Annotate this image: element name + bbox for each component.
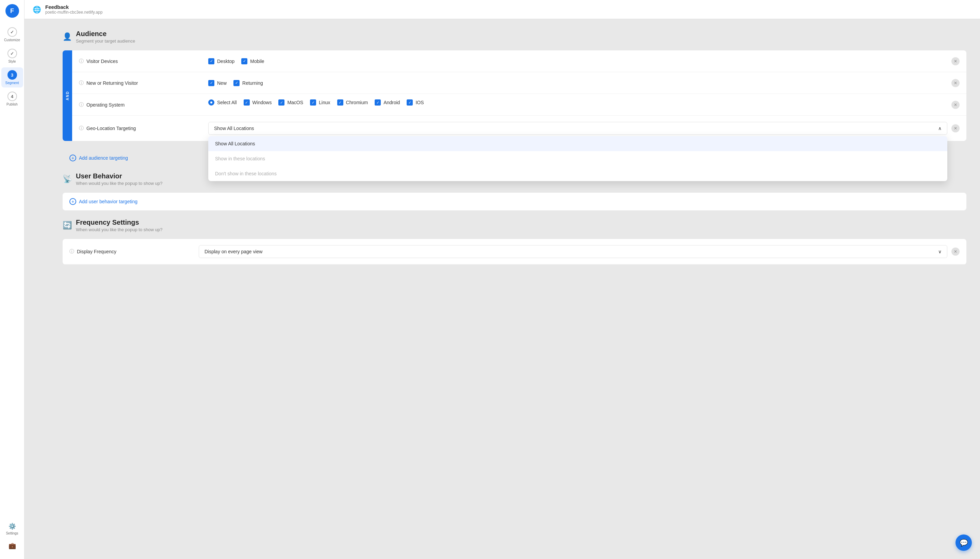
android-label: Android bbox=[383, 100, 400, 105]
new-returning-controls: ✓ New ✓ Returning bbox=[208, 80, 952, 86]
macos-checkbox-group: ✓ MacOS bbox=[278, 99, 303, 106]
select-all-group: Select All bbox=[208, 99, 237, 106]
sidebar-item-style[interactable]: ✓ Style bbox=[2, 46, 23, 66]
returning-checkbox-group: ✓ Returning bbox=[233, 80, 263, 86]
freq-delete[interactable]: ✕ bbox=[952, 248, 960, 256]
os-delete[interactable]: ✕ bbox=[952, 101, 960, 109]
sidebar-item-publish[interactable]: 4 Publish bbox=[2, 89, 23, 109]
globe-icon: 🌐 bbox=[33, 5, 41, 13]
behavior-title: User Behavior bbox=[76, 172, 162, 180]
display-freq-label: ⓘ Display Frequency bbox=[69, 248, 199, 255]
geo-dropdown-value: Show All Locations bbox=[214, 126, 254, 131]
customize-badge: ✓ bbox=[8, 27, 17, 37]
add-behavior-label: Add user behavior targeting bbox=[79, 199, 137, 204]
frequency-title: Frequency Settings bbox=[76, 218, 162, 227]
audience-title: Audience bbox=[76, 30, 135, 38]
behavior-subtitle: When would you like the popup to show up… bbox=[76, 181, 162, 186]
behavior-icon: 📡 bbox=[63, 175, 72, 184]
style-label: Style bbox=[8, 60, 16, 63]
frequency-subtitle: When would you like the popup to show up… bbox=[76, 227, 162, 232]
visitor-devices-text: Visitor Devices bbox=[86, 59, 118, 64]
app-logo[interactable]: F bbox=[5, 4, 19, 18]
linux-label: Linux bbox=[319, 100, 330, 105]
and-bar: AND bbox=[63, 50, 72, 141]
info-icon-os: ⓘ bbox=[79, 102, 84, 108]
info-icon-freq: ⓘ bbox=[69, 248, 74, 255]
new-returning-text: New or Returning Visitor bbox=[86, 80, 138, 86]
info-icon-geo: ⓘ bbox=[79, 125, 84, 131]
visitor-devices-row: ⓘ Visitor Devices ✓ Desktop ✓ Mobile ✕ bbox=[72, 50, 967, 72]
new-returning-delete[interactable]: ✕ bbox=[952, 79, 960, 87]
audience-icon: 👤 bbox=[63, 32, 72, 41]
publish-badge: 4 bbox=[8, 92, 17, 101]
android-checkbox-group: ✓ Android bbox=[375, 99, 400, 106]
os-controls: Select All ✓ Windows ✓ MacOS ✓ Linux bbox=[208, 99, 952, 106]
windows-checkbox[interactable]: ✓ bbox=[244, 99, 250, 106]
linux-checkbox[interactable]: ✓ bbox=[310, 99, 316, 106]
sidebar-item-segment[interactable]: 3 Segment bbox=[2, 68, 23, 88]
audience-section-header: 👤 Audience Segment your target audience bbox=[63, 30, 967, 44]
style-badge: ✓ bbox=[8, 49, 17, 58]
returning-checkbox[interactable]: ✓ bbox=[233, 80, 239, 86]
site-title: Feedback bbox=[45, 4, 102, 10]
and-label: AND bbox=[66, 91, 69, 101]
customize-label: Customize bbox=[4, 38, 20, 42]
visitor-devices-label: ⓘ Visitor Devices bbox=[79, 58, 208, 64]
linux-checkbox-group: ✓ Linux bbox=[310, 99, 330, 106]
mobile-checkbox[interactable]: ✓ bbox=[241, 58, 247, 64]
visitor-devices-delete[interactable]: ✕ bbox=[952, 57, 960, 65]
add-behavior-targeting[interactable]: + Add user behavior targeting bbox=[63, 193, 967, 210]
plus-circle-icon: + bbox=[69, 155, 76, 161]
audience-rows: ⓘ Visitor Devices ✓ Desktop ✓ Mobile ✕ bbox=[72, 50, 967, 141]
chevron-up-icon: ∧ bbox=[938, 126, 942, 131]
frequency-icon: 🔄 bbox=[63, 221, 72, 230]
geo-dropdown-trigger[interactable]: Show All Locations ∧ bbox=[208, 122, 947, 135]
settings-label: Settings bbox=[6, 531, 18, 535]
display-freq-dropdown[interactable]: Display on every page view ∨ bbox=[199, 245, 947, 258]
sidebar-item-settings[interactable]: ⚙️ Settings bbox=[2, 520, 23, 538]
display-frequency-row: ⓘ Display Frequency Display on every pag… bbox=[63, 239, 967, 265]
os-text: Operating System bbox=[86, 102, 125, 108]
chat-fab[interactable]: 💬 bbox=[955, 534, 972, 551]
desktop-label: Desktop bbox=[217, 59, 234, 64]
info-icon-devices: ⓘ bbox=[79, 58, 84, 64]
os-row: ⓘ Operating System Select All ✓ Windows … bbox=[72, 94, 967, 116]
geo-label: ⓘ Geo-Location Targeting bbox=[79, 125, 208, 131]
briefcase-icon: 💼 bbox=[8, 542, 16, 549]
sidebar-item-briefcase[interactable]: 💼 bbox=[2, 539, 23, 552]
audience-card: AND ⓘ Visitor Devices ✓ Desktop ✓ Mobile bbox=[63, 50, 967, 141]
display-freq-value: Display on every page view bbox=[205, 249, 262, 254]
ios-checkbox-group: ✓ IOS bbox=[407, 99, 424, 106]
geo-dropdown-menu: Show All Locations Show in these locatio… bbox=[208, 136, 947, 181]
new-label: New bbox=[217, 80, 227, 86]
info-icon-returning: ⓘ bbox=[79, 80, 84, 86]
desktop-checkbox-group: ✓ Desktop bbox=[208, 58, 234, 64]
site-url: poetic-muffin-cbc3ee.netlify.app bbox=[45, 10, 102, 15]
select-all-radio[interactable] bbox=[208, 99, 214, 106]
geo-text: Geo-Location Targeting bbox=[86, 126, 136, 131]
android-checkbox[interactable]: ✓ bbox=[375, 99, 381, 106]
segment-label: Segment bbox=[5, 81, 19, 85]
new-checkbox-group: ✓ New bbox=[208, 80, 227, 86]
geo-option-dont-show[interactable]: Don't show in these locations bbox=[208, 166, 947, 181]
macos-label: MacOS bbox=[287, 100, 303, 105]
mobile-checkbox-group: ✓ Mobile bbox=[241, 58, 264, 64]
ios-checkbox[interactable]: ✓ bbox=[407, 99, 413, 106]
header: 🌐 Feedback poetic-muffin-cbc3ee.netlify.… bbox=[25, 0, 980, 19]
returning-label: Returning bbox=[242, 80, 263, 86]
chromium-checkbox[interactable]: ✓ bbox=[337, 99, 343, 106]
frequency-section-header: 🔄 Frequency Settings When would you like… bbox=[63, 218, 967, 232]
geo-delete[interactable]: ✕ bbox=[952, 124, 960, 132]
chromium-label: Chromium bbox=[346, 100, 368, 105]
visitor-devices-controls: ✓ Desktop ✓ Mobile bbox=[208, 58, 952, 64]
geo-option-show-all[interactable]: Show All Locations bbox=[208, 136, 947, 151]
chromium-checkbox-group: ✓ Chromium bbox=[337, 99, 368, 106]
geo-option-show-these[interactable]: Show in these locations bbox=[208, 151, 947, 166]
audience-subtitle: Segment your target audience bbox=[76, 38, 135, 44]
desktop-checkbox[interactable]: ✓ bbox=[208, 58, 214, 64]
macos-checkbox[interactable]: ✓ bbox=[278, 99, 284, 106]
new-returning-row: ⓘ New or Returning Visitor ✓ New ✓ Retur… bbox=[72, 72, 967, 94]
gear-icon: ⚙️ bbox=[8, 523, 16, 530]
new-checkbox[interactable]: ✓ bbox=[208, 80, 214, 86]
sidebar-item-customize[interactable]: ✓ Customize bbox=[2, 25, 23, 45]
